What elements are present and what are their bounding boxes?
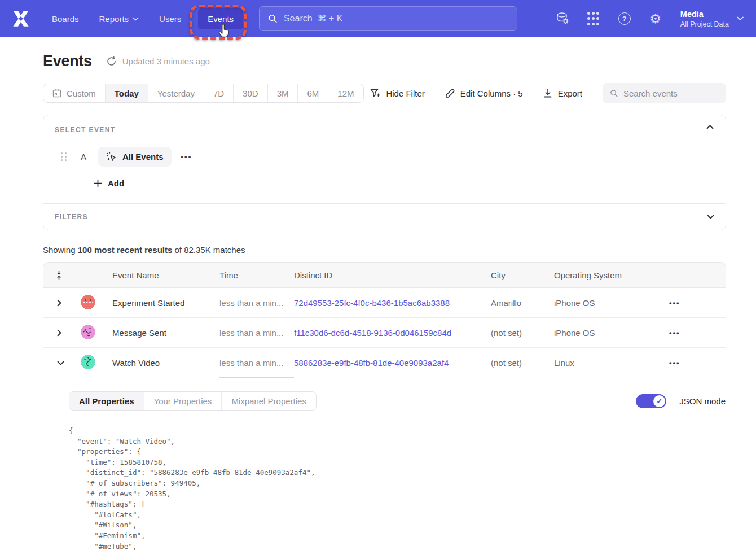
event-more-button[interactable]: •••: [181, 152, 192, 161]
calendar-icon: [52, 89, 61, 98]
project-scope: All Project Data: [680, 20, 729, 28]
date-option-3m[interactable]: 3M: [267, 84, 298, 102]
event-city: (not set): [491, 358, 554, 368]
date-option-today[interactable]: Today: [105, 84, 148, 102]
apps-grid-icon[interactable]: [586, 11, 601, 26]
edit-columns-button[interactable]: Edit Columns · 5: [445, 89, 523, 98]
global-search-input[interactable]: [284, 14, 508, 24]
chevron-down-icon: [133, 17, 139, 21]
date-option-custom[interactable]: Custom: [43, 84, 105, 102]
distinct-id-link[interactable]: 5886283e-e9fb-48fb-81de-40e9093a2af4: [294, 358, 491, 368]
row-actions-button[interactable]: •••: [668, 299, 680, 307]
mixpanel-logo[interactable]: [12, 10, 30, 27]
col-header-event-name[interactable]: Event Name: [112, 270, 219, 280]
row-actions-button[interactable]: •••: [668, 359, 680, 367]
pencil-icon: [445, 89, 455, 98]
nav-item-events[interactable]: Events: [198, 8, 243, 29]
events-table: Event Name Time Distinct ID City Operati…: [43, 262, 726, 550]
table-header: Event Name Time Distinct ID City Operati…: [43, 263, 726, 288]
date-option-6m[interactable]: 6M: [297, 84, 328, 102]
event-os: iPhone OS: [554, 328, 668, 338]
plus-icon: [94, 179, 102, 187]
data-management-icon[interactable]: [555, 11, 570, 26]
global-search[interactable]: [259, 6, 517, 31]
event-selector-chip[interactable]: All Events: [98, 147, 172, 167]
results-summary: Showing 100 most recent results of 82.35…: [43, 245, 726, 255]
chevron-down-icon[interactable]: [707, 215, 714, 219]
date-option-30d[interactable]: 30D: [233, 84, 267, 102]
event-os: iPhone OS: [554, 298, 668, 308]
hide-filter-button[interactable]: Hide Filter: [370, 89, 424, 98]
tab-all-properties[interactable]: All Properties: [69, 392, 144, 410]
page-header: Events Updated 3 minutes ago: [43, 53, 726, 70]
search-icon: [268, 14, 278, 24]
event-name: Watch Video: [112, 358, 219, 368]
nav-item-users[interactable]: Users: [159, 14, 181, 24]
chevron-down-icon: [737, 16, 744, 21]
chevron-right-icon: [57, 329, 61, 337]
event-time: less than a min...: [219, 328, 294, 338]
export-button[interactable]: Export: [543, 89, 582, 98]
toggle-check-icon: ✓: [653, 395, 665, 407]
nav-item-reports[interactable]: Reports: [99, 14, 139, 24]
search-events-box[interactable]: [603, 83, 726, 103]
add-event-button[interactable]: Add: [94, 178, 124, 188]
refresh-button[interactable]: [106, 56, 117, 67]
date-range-control: Custom Today Yesterday 7D 30D 3M 6M 12M: [43, 84, 364, 103]
event-time: less than a min...: [219, 358, 283, 368]
event-name: Message Sent: [112, 328, 219, 338]
expand-row-button[interactable]: [55, 297, 67, 309]
distinct-id-link[interactable]: 72d49553-25fc-4f0c-b436-1b5ac6ab3388: [294, 298, 491, 308]
distinct-id-link[interactable]: f11c30d6-dc6d-4518-9136-0d046159c84d: [294, 328, 491, 338]
collapse-section-button[interactable]: [704, 123, 716, 132]
json-mode-toggle[interactable]: ✓: [636, 394, 666, 408]
date-option-12m[interactable]: 12M: [328, 84, 363, 102]
row-actions-button[interactable]: •••: [668, 329, 680, 337]
help-icon[interactable]: ?: [617, 11, 632, 26]
expand-row-button[interactable]: [55, 327, 67, 339]
nav-right: ? ⚙ Media All Project Data: [555, 10, 744, 28]
col-header-os[interactable]: Operating System: [554, 270, 668, 280]
query-builder-card: SELECT EVENT A All Events ••: [43, 115, 726, 230]
tab-mixpanel-properties[interactable]: Mixpanel Properties: [221, 392, 316, 410]
table-row: Experiment Started less than a min... 72…: [43, 288, 726, 318]
col-header-distinct-id[interactable]: Distinct ID: [294, 270, 491, 280]
project-selector[interactable]: Media All Project Data: [680, 10, 744, 28]
magic-cursor-icon: [106, 151, 117, 162]
table-row-expanded: Watch Video less than a min... 5886283e-…: [43, 348, 726, 378]
date-option-7d[interactable]: 7D: [204, 84, 233, 102]
filters-section[interactable]: FILTERS: [43, 204, 726, 230]
select-event-section: SELECT EVENT A All Events ••: [43, 115, 726, 203]
settings-gear-icon[interactable]: ⚙: [648, 11, 663, 26]
event-os: Linux: [554, 358, 668, 368]
search-events-input[interactable]: [623, 89, 719, 98]
collapse-row-button[interactable]: [55, 359, 67, 368]
main-content: Events Updated 3 minutes ago Custom Toda…: [0, 53, 756, 550]
col-header-city[interactable]: City: [491, 270, 554, 280]
project-name: Media: [680, 10, 729, 19]
page-title: Events: [43, 53, 92, 70]
properties-tabs: All Properties Your Properties Mixpanel …: [69, 391, 317, 411]
event-avatar: [81, 295, 95, 309]
event-city: Amarillo: [491, 298, 554, 308]
select-event-label: SELECT EVENT: [55, 126, 714, 134]
filter-plus-icon: [370, 89, 380, 98]
event-row: A All Events •••: [55, 147, 714, 167]
sort-column-button[interactable]: [55, 270, 81, 280]
event-name: Experiment Started: [112, 298, 219, 308]
search-icon: [610, 89, 618, 98]
nav-links: Boards Reports Users Events: [52, 8, 243, 29]
sort-arrows-icon: [55, 270, 63, 280]
event-city: (not set): [491, 328, 554, 338]
controls-row: Custom Today Yesterday 7D 30D 3M 6M 12M …: [43, 83, 726, 103]
event-avatar: [81, 355, 95, 369]
chevron-up-icon: [706, 125, 714, 129]
drag-handle[interactable]: [61, 152, 67, 161]
event-json: { "event": "Watch Video", "properties": …: [69, 426, 726, 550]
date-option-yesterday[interactable]: Yesterday: [148, 84, 204, 102]
tab-your-properties[interactable]: Your Properties: [144, 392, 222, 410]
nav-item-boards[interactable]: Boards: [52, 14, 79, 24]
last-updated-text: Updated 3 minutes ago: [122, 56, 210, 66]
col-header-time[interactable]: Time: [219, 270, 294, 280]
table-row: Message Sent less than a min... f11c30d6…: [43, 318, 726, 348]
